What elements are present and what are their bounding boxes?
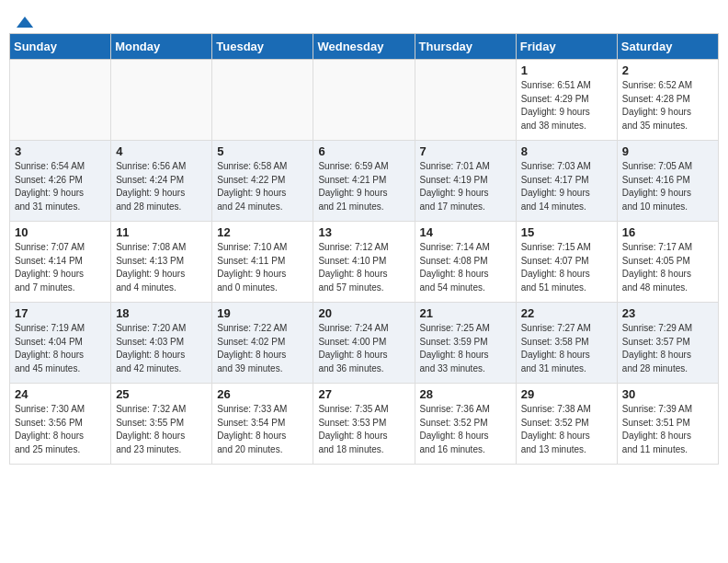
calendar-cell: 12Sunrise: 7:10 AM Sunset: 4:11 PM Dayli… [212, 222, 313, 303]
day-info: Sunrise: 7:19 AM Sunset: 4:04 PM Dayligh… [15, 322, 106, 375]
calendar-cell: 9Sunrise: 7:05 AM Sunset: 4:16 PM Daylig… [617, 141, 718, 222]
day-info: Sunrise: 7:15 AM Sunset: 4:07 PM Dayligh… [521, 241, 612, 294]
day-info: Sunrise: 7:05 AM Sunset: 4:16 PM Dayligh… [622, 160, 713, 213]
header-day-wednesday: Wednesday [313, 34, 415, 60]
day-number: 16 [622, 225, 713, 239]
day-info: Sunrise: 7:08 AM Sunset: 4:13 PM Dayligh… [116, 241, 207, 294]
calendar-cell: 11Sunrise: 7:08 AM Sunset: 4:13 PM Dayli… [111, 222, 212, 303]
calendar-cell: 28Sunrise: 7:36 AM Sunset: 3:52 PM Dayli… [415, 384, 516, 465]
calendar-cell [10, 60, 111, 141]
day-info: Sunrise: 7:24 AM Sunset: 4:00 PM Dayligh… [318, 322, 409, 375]
day-number: 4 [116, 144, 207, 158]
week-row-2: 3Sunrise: 6:54 AM Sunset: 4:26 PM Daylig… [10, 141, 719, 222]
logo-icon [15, 15, 35, 29]
calendar-cell: 21Sunrise: 7:25 AM Sunset: 3:59 PM Dayli… [415, 303, 516, 384]
day-number: 5 [217, 144, 308, 158]
day-info: Sunrise: 7:36 AM Sunset: 3:52 PM Dayligh… [420, 403, 511, 456]
day-number: 28 [420, 387, 511, 401]
calendar-cell [415, 60, 516, 141]
calendar-table: SundayMondayTuesdayWednesdayThursdayFrid… [9, 33, 719, 465]
calendar-cell: 19Sunrise: 7:22 AM Sunset: 4:02 PM Dayli… [212, 303, 313, 384]
day-info: Sunrise: 7:25 AM Sunset: 3:59 PM Dayligh… [420, 322, 511, 375]
day-info: Sunrise: 7:20 AM Sunset: 4:03 PM Dayligh… [116, 322, 207, 375]
day-info: Sunrise: 6:54 AM Sunset: 4:26 PM Dayligh… [15, 160, 106, 213]
day-info: Sunrise: 7:27 AM Sunset: 3:58 PM Dayligh… [521, 322, 612, 375]
day-number: 29 [521, 387, 612, 401]
calendar-cell: 13Sunrise: 7:12 AM Sunset: 4:10 PM Dayli… [313, 222, 415, 303]
header-day-friday: Friday [516, 34, 617, 60]
calendar-cell: 2Sunrise: 6:52 AM Sunset: 4:28 PM Daylig… [617, 60, 718, 141]
day-number: 24 [15, 387, 106, 401]
day-number: 21 [420, 306, 511, 320]
day-info: Sunrise: 7:30 AM Sunset: 3:56 PM Dayligh… [15, 403, 106, 456]
day-number: 7 [420, 144, 511, 158]
header-row: SundayMondayTuesdayWednesdayThursdayFrid… [10, 34, 719, 60]
calendar-cell: 30Sunrise: 7:39 AM Sunset: 3:51 PM Dayli… [617, 384, 718, 465]
calendar-cell: 29Sunrise: 7:38 AM Sunset: 3:52 PM Dayli… [516, 384, 617, 465]
day-info: Sunrise: 7:38 AM Sunset: 3:52 PM Dayligh… [521, 403, 612, 456]
header-day-thursday: Thursday [415, 34, 516, 60]
day-info: Sunrise: 6:58 AM Sunset: 4:22 PM Dayligh… [217, 160, 308, 213]
day-number: 19 [217, 306, 308, 320]
day-info: Sunrise: 7:07 AM Sunset: 4:14 PM Dayligh… [15, 241, 106, 294]
day-info: Sunrise: 7:10 AM Sunset: 4:11 PM Dayligh… [217, 241, 308, 294]
day-number: 14 [420, 225, 511, 239]
day-number: 26 [217, 387, 308, 401]
calendar-cell: 5Sunrise: 6:58 AM Sunset: 4:22 PM Daylig… [212, 141, 313, 222]
day-number: 30 [622, 387, 713, 401]
calendar-cell [111, 60, 212, 141]
week-row-5: 24Sunrise: 7:30 AM Sunset: 3:56 PM Dayli… [10, 384, 719, 465]
day-info: Sunrise: 7:29 AM Sunset: 3:57 PM Dayligh… [622, 322, 713, 375]
calendar-cell: 1Sunrise: 6:51 AM Sunset: 4:29 PM Daylig… [516, 60, 617, 141]
day-info: Sunrise: 6:59 AM Sunset: 4:21 PM Dayligh… [318, 160, 409, 213]
calendar-cell: 14Sunrise: 7:14 AM Sunset: 4:08 PM Dayli… [415, 222, 516, 303]
header-day-tuesday: Tuesday [212, 34, 313, 60]
calendar-cell: 6Sunrise: 6:59 AM Sunset: 4:21 PM Daylig… [313, 141, 415, 222]
day-info: Sunrise: 6:52 AM Sunset: 4:28 PM Dayligh… [622, 79, 713, 132]
day-info: Sunrise: 7:14 AM Sunset: 4:08 PM Dayligh… [420, 241, 511, 294]
calendar-cell: 10Sunrise: 7:07 AM Sunset: 4:14 PM Dayli… [10, 222, 111, 303]
day-info: Sunrise: 6:51 AM Sunset: 4:29 PM Dayligh… [521, 79, 612, 132]
day-number: 25 [116, 387, 207, 401]
day-info: Sunrise: 7:32 AM Sunset: 3:55 PM Dayligh… [116, 403, 207, 456]
calendar-cell: 25Sunrise: 7:32 AM Sunset: 3:55 PM Dayli… [111, 384, 212, 465]
day-number: 1 [521, 63, 612, 77]
day-number: 23 [622, 306, 713, 320]
day-number: 13 [318, 225, 409, 239]
day-info: Sunrise: 7:22 AM Sunset: 4:02 PM Dayligh… [217, 322, 308, 375]
day-number: 12 [217, 225, 308, 239]
calendar-cell: 20Sunrise: 7:24 AM Sunset: 4:00 PM Dayli… [313, 303, 415, 384]
header [9, 9, 719, 26]
calendar-cell: 17Sunrise: 7:19 AM Sunset: 4:04 PM Dayli… [10, 303, 111, 384]
day-info: Sunrise: 7:35 AM Sunset: 3:53 PM Dayligh… [318, 403, 409, 456]
calendar-cell: 23Sunrise: 7:29 AM Sunset: 3:57 PM Dayli… [617, 303, 718, 384]
calendar-cell: 18Sunrise: 7:20 AM Sunset: 4:03 PM Dayli… [111, 303, 212, 384]
day-number: 15 [521, 225, 612, 239]
logo [13, 17, 35, 26]
header-day-saturday: Saturday [617, 34, 718, 60]
calendar-cell [313, 60, 415, 141]
calendar-cell: 8Sunrise: 7:03 AM Sunset: 4:17 PM Daylig… [516, 141, 617, 222]
day-info: Sunrise: 7:39 AM Sunset: 3:51 PM Dayligh… [622, 403, 713, 456]
day-number: 2 [622, 63, 713, 77]
calendar-cell: 16Sunrise: 7:17 AM Sunset: 4:05 PM Dayli… [617, 222, 718, 303]
calendar-cell: 26Sunrise: 7:33 AM Sunset: 3:54 PM Dayli… [212, 384, 313, 465]
calendar-cell: 15Sunrise: 7:15 AM Sunset: 4:07 PM Dayli… [516, 222, 617, 303]
week-row-1: 1Sunrise: 6:51 AM Sunset: 4:29 PM Daylig… [10, 60, 719, 141]
day-number: 8 [521, 144, 612, 158]
week-row-4: 17Sunrise: 7:19 AM Sunset: 4:04 PM Dayli… [10, 303, 719, 384]
header-day-monday: Monday [111, 34, 212, 60]
calendar-cell: 4Sunrise: 6:56 AM Sunset: 4:24 PM Daylig… [111, 141, 212, 222]
day-number: 20 [318, 306, 409, 320]
day-number: 17 [15, 306, 106, 320]
day-number: 22 [521, 306, 612, 320]
day-info: Sunrise: 7:33 AM Sunset: 3:54 PM Dayligh… [217, 403, 308, 456]
day-info: Sunrise: 7:12 AM Sunset: 4:10 PM Dayligh… [318, 241, 409, 294]
day-number: 11 [116, 225, 207, 239]
day-number: 10 [15, 225, 106, 239]
day-info: Sunrise: 7:03 AM Sunset: 4:17 PM Dayligh… [521, 160, 612, 213]
calendar-cell: 7Sunrise: 7:01 AM Sunset: 4:19 PM Daylig… [415, 141, 516, 222]
calendar-cell: 22Sunrise: 7:27 AM Sunset: 3:58 PM Dayli… [516, 303, 617, 384]
day-number: 27 [318, 387, 409, 401]
calendar-cell: 24Sunrise: 7:30 AM Sunset: 3:56 PM Dayli… [10, 384, 111, 465]
